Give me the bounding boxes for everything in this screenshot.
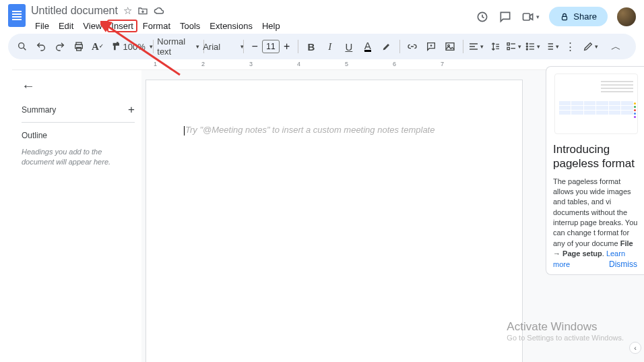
pageless-promo-card: Introducing pageless format The pageless… (546, 66, 644, 275)
outline-section-label: Outline (22, 131, 135, 140)
svg-point-3 (19, 43, 24, 49)
menu-insert[interactable]: Insert (107, 20, 137, 32)
svg-rect-10 (507, 47, 509, 49)
line-spacing-icon[interactable] (486, 38, 504, 55)
menu-bar: File Edit View Insert Format Tools Exten… (31, 19, 470, 32)
text-color-icon[interactable]: A (359, 38, 377, 55)
move-icon[interactable] (137, 5, 148, 16)
svg-point-13 (527, 49, 528, 50)
menu-help[interactable]: Help (258, 20, 284, 32)
ruler-mark: 3 (249, 61, 251, 67)
zoom-value: 100% (123, 42, 146, 52)
ruler-mark: 5 (345, 61, 346, 67)
more-icon[interactable]: ⋮ (562, 38, 579, 55)
italic-icon[interactable]: I (321, 38, 339, 55)
svg-point-11 (527, 43, 528, 44)
highlight-icon[interactable] (378, 38, 395, 55)
explore-icon[interactable]: ‹ (629, 342, 641, 354)
ruler-mark: 4 (297, 61, 298, 67)
share-label: Share (573, 11, 597, 22)
account-avatar[interactable] (617, 7, 636, 26)
add-comment-icon[interactable] (422, 38, 440, 55)
search-menus-icon[interactable] (13, 38, 31, 55)
divider (22, 122, 135, 123)
menu-format[interactable]: Format (139, 20, 174, 32)
close-outline-icon[interactable]: ← (22, 78, 135, 94)
paragraph-style-select[interactable]: Normal text▾ (158, 38, 199, 55)
font-value: Arial (203, 42, 220, 52)
zoom-select[interactable]: 100%▾ (127, 38, 149, 55)
underline-icon[interactable]: U (340, 38, 358, 55)
outline-empty-text: Headings you add to the document will ap… (22, 147, 135, 168)
promo-title: Introducing pageless format (553, 142, 639, 171)
print-icon[interactable] (70, 38, 88, 55)
svg-rect-2 (562, 16, 567, 20)
promo-thumbnail (554, 73, 638, 134)
svg-rect-7 (446, 43, 454, 51)
text-cursor (184, 126, 185, 135)
bulleted-list-icon[interactable]: ▾ (524, 38, 542, 55)
meet-icon[interactable]: ▾ (521, 10, 540, 24)
numbered-list-icon[interactable]: ▾ (543, 38, 560, 55)
watermark-sub: Go to Settings to activate Windows. (507, 334, 624, 342)
app-header: Untitled document ☆ File Edit View Inser… (0, 0, 644, 31)
title-row: Untitled document ☆ (31, 4, 470, 18)
ruler-mark: 1 (154, 61, 155, 67)
docs-logo-icon[interactable] (8, 4, 26, 27)
font-size-input[interactable]: 11 (262, 40, 280, 53)
svg-point-12 (527, 46, 528, 47)
ruler-mark: 7 (441, 61, 442, 67)
spellcheck-icon[interactable]: A✓ (89, 38, 106, 55)
cloud-status-icon[interactable] (154, 5, 165, 17)
font-size-group: − 11 + (248, 40, 294, 53)
header-right: ▾ Share (476, 7, 636, 26)
promo-body-text: The pageless format allows you wide imag… (553, 177, 637, 247)
comments-icon[interactable] (498, 10, 512, 24)
menu-view[interactable]: View (79, 20, 106, 32)
share-button[interactable]: Share (549, 7, 608, 26)
svg-rect-1 (523, 13, 530, 20)
page[interactable]: Try "@Meeting notes" to insert a custom … (146, 80, 523, 362)
watermark-title: Activate Windows (507, 320, 624, 334)
windows-activation-watermark: Activate Windows Go to Settings to activ… (507, 320, 624, 342)
redo-icon[interactable] (51, 38, 69, 55)
undo-icon[interactable] (32, 38, 50, 55)
outline-panel: ← Summary + Outline Headings you add to … (12, 70, 141, 362)
vertical-ruler[interactable] (0, 70, 12, 362)
ruler-mark: 2 (201, 61, 203, 67)
font-size-decrease[interactable]: − (248, 40, 262, 53)
font-select[interactable]: Arial▾ (207, 38, 239, 55)
align-icon[interactable]: ▾ (468, 38, 485, 55)
font-size-increase[interactable]: + (280, 40, 294, 53)
dismiss-button[interactable]: Dismiss (609, 260, 637, 269)
collapse-toolbar-icon[interactable]: ︿ (608, 38, 625, 55)
menu-tools[interactable]: Tools (176, 20, 204, 32)
insert-image-icon[interactable] (441, 38, 459, 55)
star-icon[interactable]: ☆ (123, 5, 132, 17)
document-title[interactable]: Untitled document (31, 5, 118, 17)
placeholder-hint: Try "@Meeting notes" to insert a custom … (185, 125, 434, 135)
add-summary-icon[interactable]: + (128, 103, 135, 117)
menu-edit[interactable]: Edit (55, 20, 77, 32)
toolbar: A✓ 100%▾ Normal text▾ Arial▾ − 11 + B I … (8, 34, 636, 59)
svg-rect-9 (507, 43, 509, 45)
insert-link-icon[interactable] (404, 38, 421, 55)
history-icon[interactable] (476, 10, 489, 24)
checklist-icon[interactable]: ▾ (505, 38, 523, 55)
summary-label: Summary (22, 105, 56, 115)
promo-body: The pageless format allows you wide imag… (553, 177, 639, 270)
style-value: Normal text (157, 36, 185, 57)
menu-extensions[interactable]: Extensions (205, 20, 257, 32)
editing-mode-icon[interactable]: ▾ (582, 38, 600, 55)
menu-file[interactable]: File (31, 20, 53, 32)
lock-icon (560, 12, 569, 22)
bold-icon[interactable]: B (302, 38, 320, 55)
title-block: Untitled document ☆ File Edit View Inser… (31, 4, 470, 32)
ruler-mark: 6 (393, 61, 394, 67)
